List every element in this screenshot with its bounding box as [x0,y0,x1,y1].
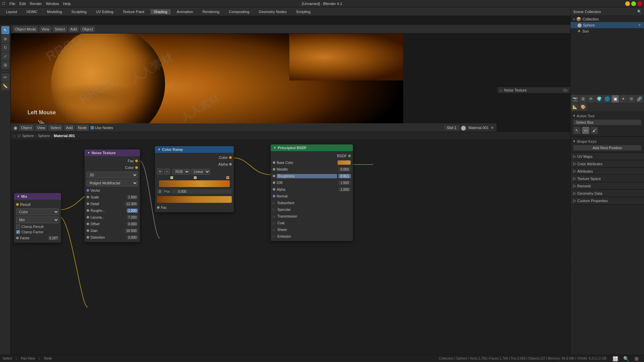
geometry-data-header[interactable]: ▷ Geometry Data [571,190,644,197]
uv-maps-header[interactable]: ▷ UV Maps [571,153,644,160]
taskbar-start[interactable]: ⊞ [632,355,641,362]
tab-shading[interactable]: Shading [150,9,170,14]
noise-offset-socket[interactable] [87,223,89,225]
props-tab-scene[interactable]: 🌍 [595,95,603,103]
editor-type-dropdown[interactable]: Object [19,125,34,130]
node-add-menu[interactable]: Add [64,125,74,130]
node-principled-bsdf[interactable]: ▼ Principled BSDF BSDF Base Color Metall… [271,144,353,241]
pbsdf-transmission-arrow[interactable]: ▷ [273,215,275,218]
node-color-ramp[interactable]: ▼ Color Ramp Color Alpha + − RGB Linear [155,146,234,212]
texture-space-header[interactable]: ▷ Texture Space [571,175,644,182]
taskbar-windows[interactable]: 🪟 [610,355,620,362]
minimize-button[interactable] [625,1,630,6]
props-tab-world[interactable]: 🌐 [603,95,611,103]
clamp-factor-checkbox[interactable] [16,230,20,234]
use-nodes-toggle[interactable]: Use Nodes [91,126,113,130]
object-mode-dropdown[interactable]: Object Mode [13,26,38,32]
select-menu[interactable]: Select [53,26,67,32]
noise-gain-value[interactable]: 16.500 [125,229,138,233]
noise-dimensions-dropdown[interactable]: 3D [87,172,138,178]
props-tab-view[interactable]: 👁 [587,95,595,103]
tab-geometry-nodes[interactable]: Geometry Nodes [255,9,290,14]
crumb-scene[interactable]: ⬡ [17,134,21,138]
noise-collapse-icon[interactable]: ▼ [87,151,90,155]
use-nodes-checkbox[interactable] [91,126,94,129]
props-tab-particles[interactable]: ✦ [620,95,627,103]
active-tool-title[interactable]: ▾ Active Tool [573,113,641,119]
tab-layout[interactable]: Layout [3,9,20,14]
tool-icon-select[interactable]: ↖ [573,127,581,134]
measure-tool[interactable]: 📏 [1,82,9,90]
tab-rendering[interactable]: Rendering [199,9,223,14]
annotate-tool[interactable]: ✏ [1,73,9,81]
colorramp-stop-right[interactable] [226,176,229,179]
outliner-sphere[interactable]: ⬤ Sphere 👁 [571,22,644,28]
colorramp-stop-mid[interactable] [194,176,197,179]
slot-selector[interactable]: Slot 1 [444,125,459,130]
colorramp-alpha-socket[interactable] [229,163,232,166]
clamp-result-checkbox[interactable] [16,225,20,229]
tab-uv-editing[interactable]: UV Editing [93,9,117,14]
props-tab-data[interactable]: 📐 [571,103,579,111]
pbsdf-emission-arrow[interactable]: ▷ [273,235,275,238]
noise-color-socket[interactable] [135,166,138,169]
add-menu[interactable]: Add [69,26,79,32]
mix-mode-dropdown[interactable]: Mix [16,217,59,223]
tab-animation[interactable]: Animation [173,9,197,14]
menu-render[interactable]: Render [30,2,42,6]
scale-tool[interactable]: ⤢ [1,52,9,60]
pbsdf-subsurface-arrow[interactable]: ▷ [273,201,275,205]
custom-props-header[interactable]: ▷ Custom Properties [571,197,644,204]
mix-factor-value[interactable]: 0.287 [48,236,59,240]
props-tab-material[interactable]: 🎨 [579,103,587,111]
colorramp-mode-dropdown[interactable]: RGB [172,169,190,175]
node-view-menu[interactable]: View [36,125,47,130]
colorramp-add-stop[interactable]: + [157,169,163,175]
taskbar-search[interactable]: 🔍 [621,355,631,362]
attributes-header[interactable]: ▷ Attributes [571,168,644,175]
transform-tool[interactable]: ⊞ [1,61,9,69]
pbsdf-basecolor-socket[interactable] [273,161,275,164]
node-noise-texture[interactable]: ▼ Noise Texture Fac Color 3D Ridged Mult… [85,149,140,242]
node-node-menu[interactable]: Node [76,125,89,130]
colorramp-color-socket[interactable] [229,156,232,159]
outliner-search[interactable]: 🔍 [637,10,641,13]
tab-compositing[interactable]: Compositing [225,9,253,14]
noise-lacunarity-socket[interactable] [87,216,89,219]
view-menu[interactable]: View [40,26,51,32]
maximize-button[interactable] [631,1,636,6]
props-tab-object[interactable]: ▣ [611,95,619,103]
node-select-menu[interactable]: Select [49,125,62,130]
noise-gain-socket[interactable] [87,229,89,232]
noise-distortion-value[interactable]: 0.000 [127,235,138,240]
menu-edit[interactable]: Edit [19,2,26,6]
pbsdf-ior-socket[interactable] [273,181,275,184]
color-attrs-header[interactable]: ▷ Color Attributes [571,160,644,167]
crumb-material[interactable]: Material.001 [54,134,75,138]
mix-result-socket[interactable] [16,203,19,206]
pbsdf-ior-value[interactable]: 1.500 [338,181,351,185]
noise-scale-value[interactable]: 1.600 [127,195,138,199]
noise-fac-socket[interactable] [135,160,138,162]
tab-texture-paint[interactable]: Texture Paint [119,9,148,14]
move-tool[interactable]: ⊕ [1,35,9,43]
pbsdf-metallic-socket[interactable] [273,168,275,171]
colorramp-collapse-icon[interactable]: ▼ [158,148,161,151]
crumb-sphere-mesh[interactable]: Sphere [38,134,50,138]
close-button[interactable] [637,1,642,6]
menu-window[interactable]: Window [46,2,59,6]
noise-detail-value[interactable]: 12.300 [125,202,138,206]
colorramp-fac-socket[interactable] [157,206,160,209]
tab-hdmc[interactable]: HDMC [23,9,41,14]
noise-roughness-value[interactable]: 1.000 [127,208,138,213]
crumb-sphere-obj[interactable]: Sphere [22,134,34,138]
remesh-header[interactable]: ▷ Remesh [571,182,644,189]
noise-detail-socket[interactable] [87,202,89,205]
pbsdf-alpha-socket[interactable] [273,188,275,191]
material-close[interactable]: ✕ [491,126,494,130]
pbsdf-normal-socket[interactable] [273,195,275,197]
node-mix[interactable]: ▼ Mix Result Color Mix Clamp Result [14,193,61,243]
pbsdf-roughness-value[interactable]: 0.911 [338,174,351,178]
rotate-tool[interactable]: ↻ [1,44,9,52]
select-tool[interactable]: ↖ [1,26,9,34]
